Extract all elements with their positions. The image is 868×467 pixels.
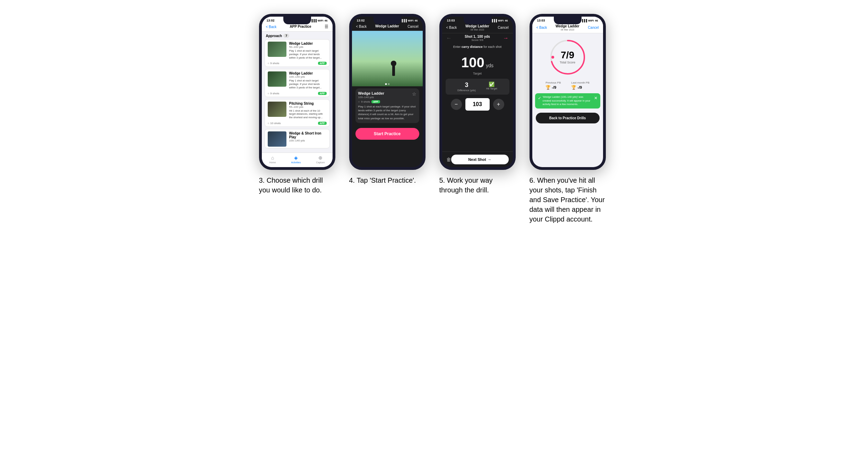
stats-row: 3 Difference (yds) ✅ Hit Target <box>446 79 509 95</box>
target-value: 100 yds <box>442 51 513 72</box>
success-message: 'Wedge Ladder (100–140 yds)' was created… <box>543 95 593 106</box>
battery-icon-4: 46 <box>595 19 598 22</box>
score-main: 7/9 <box>560 50 575 60</box>
score-text: 7/9 Total Score <box>560 50 575 64</box>
drill-name-1: Wedge Ladder <box>289 71 327 75</box>
drill-thumb-0 <box>268 42 286 57</box>
drill-name-3: Wedge & Short Iron Play <box>289 131 327 139</box>
drill-name-0: Wedge Ladder <box>289 42 327 45</box>
phone-3-frame: 13:03 ▐▐▐ WiFi 46 < Back Wedge Ladder 06… <box>439 14 516 170</box>
nav-bar-3: < Back Wedge Ladder 06 Mar 2023 Cancel <box>442 23 513 33</box>
menu-icon-1[interactable]: ☰ <box>325 24 328 29</box>
tab-home[interactable]: ⌂ Home <box>269 155 276 164</box>
drill-shots-2: 10 shots <box>270 122 281 125</box>
drill-thumb-1 <box>268 71 286 87</box>
action-bar: 🗑 Next Shot → <box>442 152 513 167</box>
drill-item-0[interactable]: Wedge Ladder 50–100 yds Play 1 shot at e… <box>265 39 330 67</box>
back-button-3[interactable]: < Back <box>446 26 457 29</box>
phone-1-notch <box>283 17 311 24</box>
time-3: 13:03 <box>447 19 455 22</box>
target-number: 100 <box>461 55 484 70</box>
tab-home-label: Home <box>269 161 276 164</box>
tab-capture[interactable]: ⊕ Capture <box>316 155 325 164</box>
back-button-4[interactable]: < Back <box>536 26 547 29</box>
shot-nav: ← Shot 1, 100 yds Score 5/9 → <box>442 33 513 43</box>
last-month-pb-label: Last month PB <box>571 81 589 84</box>
drill-badge-0: APP <box>318 62 326 65</box>
phone-1-col: 13:02 ▐▐▐ WiFi 46 < Back APP Practice ☰ <box>259 14 339 195</box>
status-icons-1: ▐▐▐ WiFi 46 <box>311 19 328 22</box>
cancel-button-4[interactable]: Cancel <box>588 26 599 29</box>
drill-desc-2: Hit 1 shot at each of the 10 target dist… <box>289 109 327 119</box>
time-4: 13:03 <box>537 19 545 22</box>
previous-pb: Previous PB 🏆 -/9 <box>545 81 561 90</box>
drill-item-1[interactable]: Wedge Ladder 100–140 yds Play 1 shot at … <box>265 69 330 97</box>
drill-card-yds: 100–140 yds <box>358 96 385 99</box>
nav-title-3a: Wedge Ladder <box>465 24 489 28</box>
dot-2 <box>388 83 389 85</box>
battery-icon-2: 46 <box>415 19 418 22</box>
drill-item-2[interactable]: Pitching String 55–100 yds Hit 1 shot at… <box>265 99 330 127</box>
battery-icon-3: 46 <box>505 19 508 22</box>
carry-emphasis: carry distance <box>462 45 483 49</box>
cancel-button-3[interactable]: Cancel <box>498 26 508 29</box>
bottom-tabs: ⌂ Home ◈ Activities ⊕ Capture <box>262 153 333 167</box>
clock-icon-0: ○ <box>268 62 269 65</box>
distance-input[interactable]: 103 <box>465 98 490 111</box>
wifi-icon-3: WiFi <box>498 19 504 22</box>
nav-title-4b: 06 Mar 2023 <box>556 28 579 31</box>
drill-item-3[interactable]: Wedge & Short Iron Play 100–140 yds <box>265 129 330 148</box>
tab-capture-label: Capture <box>316 161 325 164</box>
nav-title-1: APP Practice <box>290 25 311 29</box>
target-label: Target <box>442 72 513 75</box>
phones-container: 13:02 ▐▐▐ WiFi 46 < Back APP Practice ☰ <box>259 14 609 224</box>
prev-shot-arrow[interactable]: ← <box>446 35 452 41</box>
phone-4-screen: 13:03 ▐▐▐ WiFi 46 < Back Wedge Ladder 06… <box>532 17 603 167</box>
phone-4-frame: 13:03 ▐▐▐ WiFi 46 < Back Wedge Ladder 06… <box>530 14 606 170</box>
score-circle-container: 7/9 Total Score <box>532 33 603 79</box>
back-button-2[interactable]: < Back <box>356 25 367 28</box>
signal-icon: ▐▐▐ <box>311 19 317 22</box>
phone-3-notch <box>464 17 491 24</box>
clock-icon-detail: ○ <box>358 100 360 103</box>
activities-icon: ◈ <box>294 155 298 161</box>
score-label: Total Score <box>560 61 575 64</box>
trophy-icon-2: 🏆 <box>571 85 576 90</box>
caption-1: 3. Choose which drill you would like to … <box>259 175 335 195</box>
wifi-icon-2: WiFi <box>408 19 414 22</box>
pb-row: Previous PB 🏆 -/9 Last month PB 🏆 -/9 <box>532 79 603 92</box>
home-icon: ⌂ <box>271 155 274 161</box>
drill-badge-2: APP <box>318 122 326 125</box>
score-circle: 7/9 Total Score <box>549 38 587 76</box>
phone-4-col: 13:03 ▐▐▐ WiFi 46 < Back Wedge Ladder 06… <box>530 14 609 224</box>
next-shot-button[interactable]: Next Shot → <box>451 155 509 164</box>
back-button-1[interactable]: < Back <box>266 25 277 29</box>
start-practice-button[interactable]: Start Practice <box>355 128 419 140</box>
close-icon[interactable]: ✕ <box>594 95 598 101</box>
phone-3-screen: 13:03 ▐▐▐ WiFi 46 < Back Wedge Ladder 06… <box>442 17 513 167</box>
bookmark-icon[interactable]: ☆ <box>412 91 416 97</box>
status-icons-4: ▐▐▐ WiFi 46 <box>581 19 598 22</box>
previous-pb-label: Previous PB <box>545 81 561 84</box>
delete-button[interactable]: 🗑 <box>446 157 451 162</box>
tab-activities-label: Activities <box>291 161 301 164</box>
svg-point-2 <box>551 56 554 59</box>
previous-pb-value: -/9 <box>552 85 556 89</box>
tab-activities[interactable]: ◈ Activities <box>291 155 301 164</box>
nav-title-2: Wedge Ladder <box>375 24 399 28</box>
drill-thumb-2 <box>268 102 286 117</box>
difference-stat: 3 Difference (yds) <box>457 81 476 92</box>
decrement-button[interactable]: − <box>451 99 462 110</box>
shot-label: Shot 1, 100 yds <box>465 35 490 38</box>
next-shot-arrow[interactable]: → <box>503 35 509 41</box>
time-1: 13:02 <box>267 19 275 22</box>
back-to-drills-button[interactable]: Back to Practice Drills <box>536 113 600 123</box>
cancel-button-2[interactable]: Cancel <box>407 25 418 28</box>
drill-shots-detail: 9 shots <box>361 100 370 103</box>
increment-button[interactable]: + <box>493 99 504 110</box>
nav-title-3b: 06 Mar 2023 <box>465 28 489 31</box>
carry-instruction: Enter carry distance for each shot <box>442 43 513 51</box>
wifi-icon-4: WiFi <box>588 19 594 22</box>
next-shot-arrow-icon: → <box>488 157 491 162</box>
signal-icon-3: ▐▐▐ <box>491 19 497 22</box>
